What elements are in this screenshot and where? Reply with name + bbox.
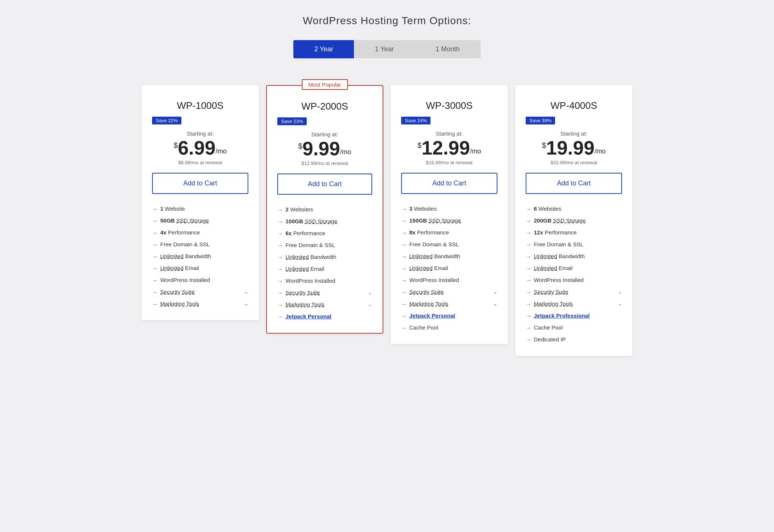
feature-jetpack-pro: → Jetpack Professional: [526, 310, 622, 322]
term-1month-button[interactable]: 1 Month: [415, 40, 481, 58]
arrow-icon: →: [401, 313, 407, 319]
plan-wp4000s-starting: Starting at:: [526, 130, 622, 137]
feature-text: Unlimited Email: [160, 265, 248, 271]
arrow-icon: →: [401, 289, 407, 295]
plan-wp4000s-dollar: $: [542, 141, 546, 150]
feature-marketing[interactable]: → Marketing Tools ⌄: [401, 298, 497, 310]
feature-marketing[interactable]: → Marketing Tools ⌄: [526, 298, 622, 310]
arrow-icon: →: [152, 253, 158, 260]
arrow-icon: →: [401, 253, 407, 260]
arrow-icon: →: [401, 241, 407, 248]
plan-wp3000s-mo: /mo: [470, 147, 481, 155]
plan-wp4000s-add-to-cart[interactable]: Add to Cart: [526, 173, 622, 194]
feature-text: Free Domain & SSL: [160, 241, 248, 247]
feature-dedicated-ip: → Dedicated IP: [526, 334, 622, 346]
feature-text: WordPress Installed: [534, 277, 622, 283]
plan-wp4000s-price: $19.99/mo: [526, 138, 622, 158]
feature-websites: → 6 Websites: [526, 203, 622, 215]
feature-text: 12x Performance: [534, 229, 622, 236]
feature-wordpress: → WordPress Installed: [277, 275, 372, 287]
plan-wp3000s-wrapper: WP-3000S Save 24% Starting at: $12.99/mo…: [387, 85, 512, 344]
chevron-down-icon: ⌄: [368, 302, 372, 307]
arrow-icon: →: [277, 218, 283, 225]
arrow-icon: →: [152, 218, 158, 224]
plan-wp1000s-price: $6.99/mo: [152, 138, 248, 158]
chevron-down-icon: ⌄: [493, 289, 497, 295]
feature-security[interactable]: → Security Suite ⌄: [152, 286, 248, 298]
feature-marketing[interactable]: → Marketing Tools ⌄: [277, 299, 372, 311]
plan-wp1000s-wrapper: WP-1000S Save 22% Starting at: $6.99/mo …: [138, 85, 262, 320]
arrow-icon: →: [152, 289, 158, 295]
arrow-icon: →: [152, 265, 158, 272]
arrow-icon: →: [401, 265, 407, 272]
feature-text: Security Suite ⌄: [160, 289, 248, 295]
feature-text: Unlimited Bandwidth: [534, 253, 622, 259]
term-2year-button[interactable]: 2 Year: [293, 40, 354, 58]
feature-wordpress: → WordPress Installed: [526, 274, 622, 286]
feature-text: WordPress Installed: [286, 278, 372, 284]
feature-text: Security Suite ⌄: [286, 289, 372, 296]
feature-text: Free Domain & SSL: [534, 241, 622, 247]
chevron-down-icon: ⌄: [493, 301, 497, 306]
arrow-icon: →: [526, 253, 532, 260]
plan-wp1000s-dollar: $: [174, 141, 178, 150]
feature-text: Marketing Tools ⌄: [160, 301, 248, 307]
feature-performance: → 12x Performance: [526, 227, 622, 239]
feature-text: 100GB SSD Storage: [286, 218, 372, 224]
arrow-icon: →: [152, 277, 158, 283]
chevron-down-icon: ⌄: [618, 289, 622, 295]
plan-wp3000s-starting: Starting at:: [401, 130, 497, 137]
feature-domain-ssl: → Free Domain & SSL: [401, 239, 497, 250]
arrow-icon: →: [152, 301, 158, 307]
plan-wp1000s-card: WP-1000S Save 22% Starting at: $6.99/mo …: [142, 85, 259, 320]
plan-wp1000s-save: Save 22%: [152, 117, 181, 124]
arrow-icon: →: [526, 301, 532, 307]
plan-wp2000s-mo: /mo: [340, 148, 351, 156]
feature-text: WordPress Installed: [409, 277, 497, 283]
arrow-icon: →: [152, 241, 158, 248]
chevron-down-icon: ⌄: [244, 301, 248, 306]
arrow-icon: →: [526, 206, 532, 212]
plan-wp4000s-name: WP-4000S: [526, 100, 622, 111]
feature-security[interactable]: → Security Suite ⌄: [401, 286, 497, 298]
page-title: WordPress Hosting Term Options:: [303, 15, 471, 27]
feature-marketing[interactable]: → Marketing Tools ⌄: [152, 298, 248, 310]
feature-text: Cache Pool: [409, 324, 497, 331]
feature-text: Free Domain & SSL: [286, 242, 372, 248]
arrow-icon: →: [526, 313, 532, 319]
arrow-icon: →: [152, 230, 158, 236]
feature-domain-ssl: → Free Domain & SSL: [526, 239, 622, 250]
arrow-icon: →: [526, 265, 532, 272]
feature-jetpack: → Jetpack Personal: [401, 310, 497, 322]
plan-wp2000s-save: Save 23%: [277, 117, 307, 125]
plan-wp2000s-starting: Starting at:: [277, 131, 372, 137]
feature-storage: → 50GB SSD Storage: [152, 215, 248, 227]
feature-security[interactable]: → Security Suite ⌄: [277, 287, 372, 299]
plan-wp4000s-wrapper: WP-4000S Save 39% Starting at: $19.99/mo…: [512, 85, 636, 356]
feature-cache-pool: → Cache Pool: [526, 322, 622, 334]
arrow-icon: →: [526, 325, 532, 331]
plan-wp2000s-renewal: $12.99/mo at renewal: [277, 160, 372, 166]
arrow-icon: →: [277, 314, 283, 320]
plan-wp2000s-add-to-cart[interactable]: Add to Cart: [277, 173, 372, 195]
arrow-icon: →: [526, 218, 532, 224]
plan-wp3000s-features: → 3 Websites → 150GB SSD Storage → 8x Pe…: [401, 203, 497, 334]
arrow-icon: →: [401, 325, 407, 331]
term-1year-button[interactable]: 1 Year: [354, 40, 415, 58]
plan-wp1000s-mo: /mo: [216, 147, 227, 155]
feature-domain-ssl: → Free Domain & SSL: [277, 239, 372, 251]
feature-bandwidth: → Unlimited Bandwidth: [277, 251, 372, 263]
feature-security[interactable]: → Security Suite ⌄: [526, 286, 622, 298]
feature-storage: → 100GB SSD Storage: [277, 215, 372, 227]
feature-text: 3 Websites: [409, 205, 497, 212]
chevron-down-icon: ⌄: [368, 290, 372, 295]
feature-text: Security Suite ⌄: [534, 289, 622, 295]
feature-text: 6 Websites: [534, 205, 622, 212]
feature-email: → Unlimited Email: [526, 262, 622, 274]
plan-wp4000s-mo: /mo: [594, 147, 606, 155]
feature-text: Jetpack Personal: [286, 313, 372, 319]
plan-wp3000s-add-to-cart[interactable]: Add to Cart: [401, 173, 497, 194]
plan-wp1000s-add-to-cart[interactable]: Add to Cart: [152, 173, 248, 194]
arrow-icon: →: [526, 230, 532, 236]
feature-text: Unlimited Bandwidth: [286, 254, 372, 260]
